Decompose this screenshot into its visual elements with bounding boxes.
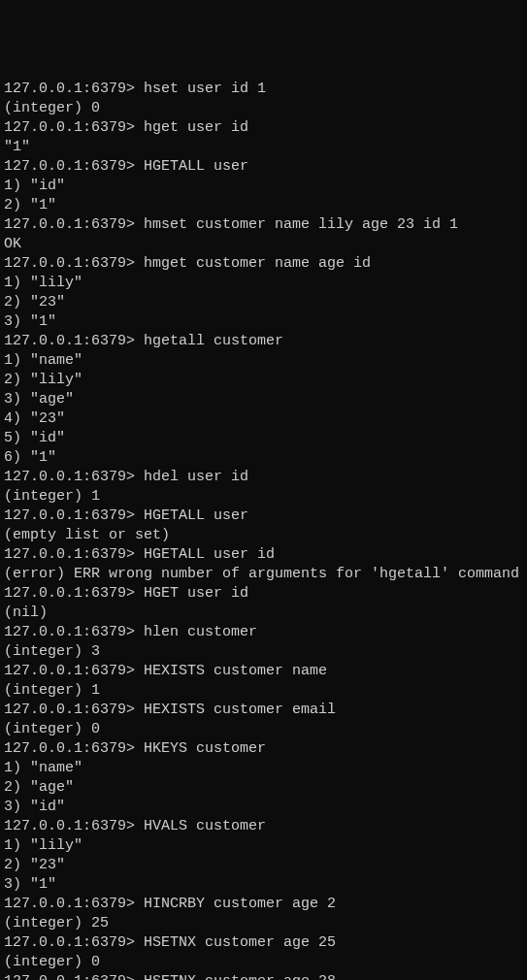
- terminal-line: 6) "1": [4, 448, 523, 468]
- command-text: hdel user id: [144, 469, 248, 485]
- command-text: hmget customer name age id: [144, 255, 371, 272]
- terminal-line: (integer) 0: [4, 99, 523, 118]
- terminal-line: 127.0.0.1:6379> hdel user id: [4, 468, 523, 487]
- prompt-text: 127.0.0.1:6379>: [4, 896, 144, 912]
- terminal-line: 127.0.0.1:6379> HGETALL user: [4, 506, 523, 526]
- prompt-text: 127.0.0.1:6379>: [4, 973, 144, 980]
- prompt-text: 127.0.0.1:6379>: [4, 119, 144, 136]
- terminal-line: 127.0.0.1:6379> HINCRBY customer age 2: [4, 895, 523, 914]
- command-text: HGET user id: [144, 585, 248, 602]
- command-text: HSETNX customer age 25: [144, 934, 336, 951]
- terminal-line: 127.0.0.1:6379> hmset customer name lily…: [4, 215, 523, 235]
- terminal-line: 4) "23": [4, 409, 523, 429]
- prompt-text: 127.0.0.1:6379>: [4, 507, 144, 524]
- prompt-text: 127.0.0.1:6379>: [4, 333, 144, 349]
- terminal-line: 127.0.0.1:6379> hgetall customer: [4, 332, 523, 351]
- command-text: HVALS customer: [144, 818, 266, 834]
- terminal-line: 127.0.0.1:6379> HKEYS customer: [4, 739, 523, 759]
- command-text: HKEYS customer: [144, 740, 266, 757]
- command-text: HEXISTS customer email: [144, 702, 336, 718]
- terminal-line: 3) "1": [4, 875, 523, 895]
- prompt-text: 127.0.0.1:6379>: [4, 934, 144, 951]
- terminal-line: OK: [4, 235, 523, 254]
- terminal-line: 1) "name": [4, 759, 523, 778]
- prompt-text: 127.0.0.1:6379>: [4, 585, 144, 602]
- prompt-text: 127.0.0.1:6379>: [4, 624, 144, 640]
- terminal-line: 2) "23": [4, 856, 523, 875]
- command-text: hset user id 1: [144, 81, 266, 97]
- terminal-line: 127.0.0.1:6379> HGET user id: [4, 584, 523, 604]
- terminal-line: 3) "age": [4, 390, 523, 409]
- terminal-line: 1) "id": [4, 177, 523, 196]
- terminal-line: (integer) 1: [4, 681, 523, 701]
- terminal-line: 2) "lily": [4, 371, 523, 390]
- terminal-line: 127.0.0.1:6379> HSETNX customer age 28: [4, 972, 523, 980]
- terminal-line: (empty list or set): [4, 526, 523, 545]
- prompt-text: 127.0.0.1:6379>: [4, 702, 144, 718]
- prompt-text: 127.0.0.1:6379>: [4, 818, 144, 834]
- terminal-line: 3) "id": [4, 798, 523, 817]
- terminal-line: (integer) 25: [4, 914, 523, 933]
- terminal-line: 3) "1": [4, 312, 523, 332]
- terminal-line: (error) ERR wrong number of arguments fo…: [4, 565, 523, 584]
- terminal-line: 127.0.0.1:6379> hset user id 1: [4, 80, 523, 99]
- command-text: HGETALL user: [144, 507, 248, 524]
- command-text: HGETALL user id: [144, 546, 275, 563]
- terminal-line: 127.0.0.1:6379> hget user id: [4, 118, 523, 138]
- command-text: hlen customer: [144, 624, 257, 640]
- terminal-line: 2) "23": [4, 293, 523, 312]
- prompt-text: 127.0.0.1:6379>: [4, 216, 144, 233]
- terminal-line: (integer) 0: [4, 720, 523, 739]
- prompt-text: 127.0.0.1:6379>: [4, 255, 144, 272]
- prompt-text: 127.0.0.1:6379>: [4, 740, 144, 757]
- command-text: HINCRBY customer age 2: [144, 896, 336, 912]
- prompt-text: 127.0.0.1:6379>: [4, 546, 144, 563]
- terminal-line: 127.0.0.1:6379> HVALS customer: [4, 817, 523, 836]
- terminal-line: 127.0.0.1:6379> HGETALL user id: [4, 545, 523, 565]
- terminal-line: 2) "age": [4, 778, 523, 798]
- command-text: HSETNX customer age 28: [144, 973, 336, 980]
- terminal-line: 127.0.0.1:6379> HGETALL user: [4, 157, 523, 177]
- command-text: hgetall customer: [144, 333, 283, 349]
- terminal-line: (integer) 3: [4, 642, 523, 662]
- terminal-line: 1) "lily": [4, 836, 523, 856]
- prompt-text: 127.0.0.1:6379>: [4, 663, 144, 679]
- terminal-line: 1) "name": [4, 351, 523, 371]
- terminal-output[interactable]: 127.0.0.1:6379> hset user id 1(integer) …: [4, 80, 523, 980]
- terminal-line: 5) "id": [4, 429, 523, 448]
- terminal-line: 127.0.0.1:6379> HSETNX customer age 25: [4, 933, 523, 953]
- command-text: HEXISTS customer name: [144, 663, 327, 679]
- command-text: HGETALL user: [144, 158, 248, 175]
- terminal-line: 127.0.0.1:6379> HEXISTS customer name: [4, 662, 523, 681]
- prompt-text: 127.0.0.1:6379>: [4, 469, 144, 485]
- terminal-line: 127.0.0.1:6379> HEXISTS customer email: [4, 701, 523, 720]
- terminal-line: 2) "1": [4, 196, 523, 215]
- terminal-line: 1) "lily": [4, 274, 523, 293]
- terminal-line: 127.0.0.1:6379> hlen customer: [4, 623, 523, 642]
- prompt-text: 127.0.0.1:6379>: [4, 158, 144, 175]
- prompt-text: 127.0.0.1:6379>: [4, 81, 144, 97]
- command-text: hmset customer name lily age 23 id 1: [144, 216, 458, 233]
- terminal-line: 127.0.0.1:6379> hmget customer name age …: [4, 254, 523, 274]
- command-text: hget user id: [144, 119, 248, 136]
- terminal-line: (integer) 0: [4, 953, 523, 972]
- terminal-line: (integer) 1: [4, 487, 523, 506]
- terminal-line: (nil): [4, 604, 523, 623]
- terminal-line: "1": [4, 138, 523, 157]
